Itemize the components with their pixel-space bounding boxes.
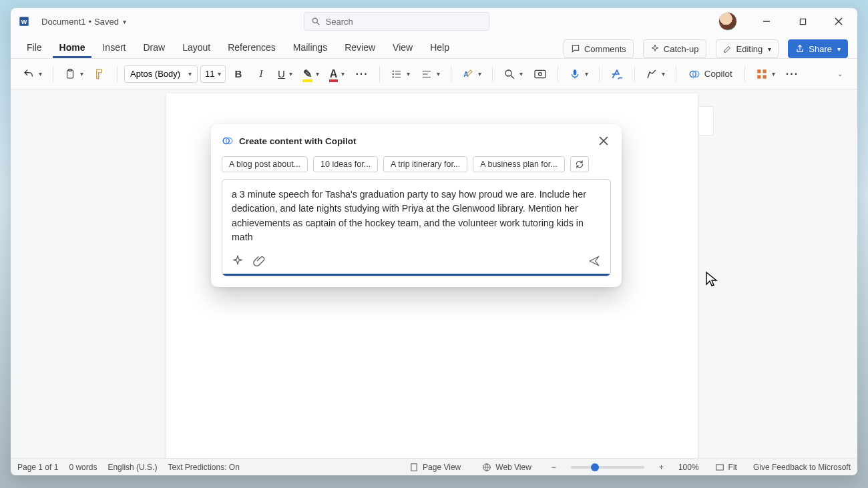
chevron-down-icon: ▾ (123, 18, 126, 25)
format-painter-button[interactable] (90, 64, 110, 84)
font-size-select[interactable]: 11▾ (200, 65, 226, 83)
copilot-draft-panel: Create content with Copilot A blog post … (211, 124, 622, 287)
dictate-button[interactable]: ▾ (565, 64, 592, 84)
minimize-button[interactable] (752, 11, 781, 32)
editor-button[interactable] (606, 64, 628, 84)
svg-point-10 (392, 70, 393, 71)
maximize-button[interactable] (788, 11, 817, 32)
tab-help[interactable]: Help (423, 38, 456, 58)
chevron-down-icon: ▾ (218, 70, 221, 77)
bold-button[interactable]: B (228, 64, 248, 84)
svg-text:W: W (21, 19, 27, 25)
svg-rect-5 (800, 19, 805, 24)
tab-draw[interactable]: Draw (136, 38, 172, 58)
underline-button[interactable]: U▾ (274, 64, 296, 84)
share-button[interactable]: Share ▾ (788, 39, 848, 58)
document-name: Document1 (41, 17, 85, 27)
tab-insert[interactable]: Insert (95, 38, 132, 58)
bullets-button[interactable]: ▾ (387, 64, 414, 84)
fit-button[interactable]: Fit (710, 463, 742, 472)
copilot-icon (688, 68, 700, 80)
word-app-icon: W (17, 15, 31, 28)
search-input[interactable]: Search (304, 12, 489, 31)
chevron-down-icon: ▾ (39, 70, 42, 77)
font-name-select[interactable]: Aptos (Body)▾ (124, 65, 198, 83)
zoom-in-button[interactable]: + (655, 463, 668, 472)
send-icon (588, 255, 601, 267)
app-window: W Document1 • Saved ▾ Search File Home I… (11, 8, 857, 475)
paperclip-icon (253, 255, 265, 267)
suggestion-chip[interactable]: A blog post about... (222, 156, 308, 172)
zoom-slider[interactable] (571, 466, 644, 469)
screenshot-button[interactable] (529, 64, 551, 84)
suggestion-chip[interactable]: A business plan for... (473, 156, 564, 172)
document-title[interactable]: Document1 • Saved ▾ (37, 14, 130, 29)
feedback-link[interactable]: Give Feedback to Microsoft (753, 463, 851, 472)
chevron-down-icon: ▾ (768, 45, 771, 53)
language-status[interactable]: English (U.S.) (107, 463, 157, 472)
page-view-button[interactable]: Page View (404, 463, 466, 472)
font-color-button[interactable]: A▾ (326, 64, 349, 84)
page-count[interactable]: Page 1 of 1 (17, 463, 58, 472)
user-avatar[interactable] (718, 12, 737, 31)
tab-mailings[interactable]: Mailings (286, 38, 334, 58)
more-commands-button[interactable]: ··· (782, 64, 803, 84)
chevron-down-icon: ▾ (188, 70, 192, 77)
chevron-down-icon: ▾ (519, 70, 523, 77)
zoom-out-button[interactable]: − (548, 463, 560, 472)
tab-references[interactable]: References (221, 38, 282, 58)
suggestion-chip[interactable]: 10 ideas for... (313, 156, 378, 172)
share-icon (795, 44, 805, 53)
chevron-down-icon: ▾ (837, 45, 841, 53)
svg-text:A: A (463, 69, 469, 77)
find-button[interactable]: ▾ (499, 64, 527, 84)
tab-view[interactable]: View (386, 38, 419, 58)
copilot-prompt-input[interactable]: a 3 minute speech for Tasha's graduation… (222, 180, 610, 251)
highlight-button[interactable]: ✎▾ (299, 64, 323, 84)
copilot-icon (222, 135, 234, 147)
copilot-button[interactable]: Copilot (683, 64, 738, 84)
ink-button[interactable]: ▾ (642, 64, 669, 84)
web-view-button[interactable]: Web View (477, 463, 537, 472)
close-button[interactable] (824, 11, 853, 32)
font-color-icon: A (330, 68, 338, 80)
align-button[interactable]: ▾ (417, 64, 444, 84)
side-pane-tab[interactable] (699, 106, 714, 136)
suggestion-chips: A blog post about... 10 ideas for... A t… (222, 156, 611, 172)
refresh-suggestions-button[interactable] (570, 156, 589, 172)
tab-file[interactable]: File (20, 38, 49, 58)
addins-button[interactable]: ▾ (752, 64, 779, 84)
copilot-close-button[interactable] (596, 134, 611, 148)
more-font-button[interactable]: ··· (351, 64, 372, 84)
chevron-down-icon: ▾ (478, 70, 481, 77)
word-count[interactable]: 0 words (69, 463, 97, 472)
styles-button[interactable]: A▾ (458, 64, 485, 84)
tab-review[interactable]: Review (338, 38, 382, 58)
attach-button[interactable] (253, 255, 265, 267)
editing-mode-button[interactable]: Editing ▾ (716, 39, 779, 58)
suggestion-chip[interactable]: A trip itinerary for... (383, 156, 467, 172)
ribbon-tabs: File Home Insert Draw Layout References … (11, 35, 857, 59)
tab-layout[interactable]: Layout (176, 38, 217, 58)
svg-rect-30 (763, 75, 766, 78)
sparkle-icon (232, 255, 244, 267)
zoom-slider-thumb[interactable] (591, 463, 599, 471)
svg-point-2 (312, 18, 317, 23)
chevron-down-icon: ▾ (80, 70, 83, 77)
svg-rect-27 (757, 69, 761, 73)
tab-home[interactable]: Home (53, 38, 92, 58)
inspire-button[interactable] (232, 255, 244, 267)
text-predictions-status[interactable]: Text Predictions: On (168, 463, 239, 472)
send-button[interactable] (588, 255, 601, 267)
save-state: Saved (94, 17, 119, 27)
search-icon (311, 17, 320, 26)
comments-button[interactable]: Comments (564, 39, 634, 58)
paste-button[interactable]: ▾ (60, 64, 87, 84)
zoom-level[interactable]: 100% (678, 463, 699, 472)
undo-button[interactable]: ▾ (19, 64, 46, 84)
svg-rect-37 (716, 464, 723, 469)
italic-button[interactable]: I (251, 64, 271, 84)
catchup-button[interactable]: Catch-up (643, 39, 706, 58)
document-canvas[interactable]: Create content with Copilot A blog post … (11, 89, 857, 458)
collapse-ribbon-button[interactable]: ⌄ (829, 64, 849, 84)
